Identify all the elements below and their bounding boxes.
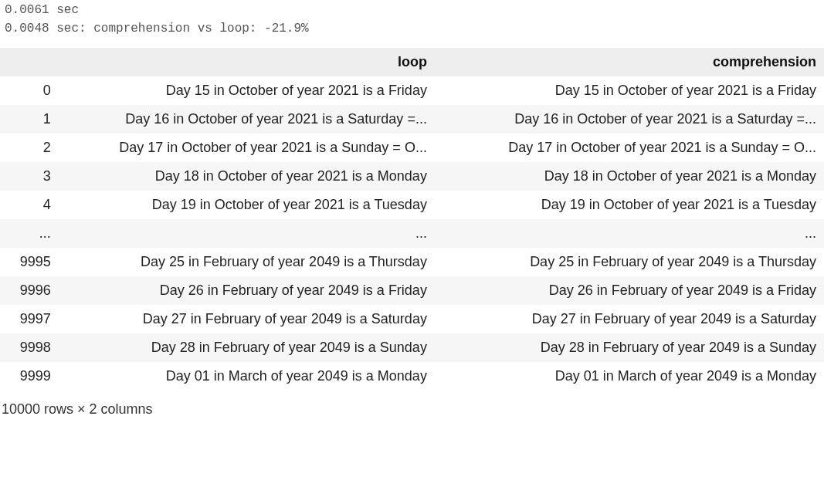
dataframe-table: loop comprehension 0 Day 15 in October o…	[0, 48, 824, 391]
cell-loop: ...	[62, 219, 435, 248]
cell-comprehension: ...	[435, 219, 824, 248]
table-row: 9995 Day 25 in February of year 2049 is …	[0, 248, 824, 276]
cell-loop: Day 01 in March of year 2049 is a Monday	[62, 362, 435, 391]
cell-loop: Day 15 in October of year 2021 is a Frid…	[62, 76, 435, 105]
table-row: 9999 Day 01 in March of year 2049 is a M…	[0, 362, 824, 391]
col-header-comprehension: comprehension	[435, 48, 824, 76]
table-row: 9997 Day 27 in February of year 2049 is …	[0, 305, 824, 333]
row-index: 9997	[0, 305, 62, 333]
table-row: 9996 Day 26 in February of year 2049 is …	[0, 276, 824, 305]
row-index: 9999	[0, 362, 62, 391]
cell-loop: Day 26 in February of year 2049 is a Fri…	[62, 276, 435, 305]
cell-comprehension: Day 18 in October of year 2021 is a Mond…	[435, 162, 824, 191]
cell-comprehension: Day 01 in March of year 2049 is a Monday	[435, 362, 824, 391]
cell-comprehension: Day 25 in February of year 2049 is a Thu…	[435, 248, 824, 276]
cell-loop: Day 27 in February of year 2049 is a Sat…	[62, 305, 435, 333]
cell-loop: Day 17 in October of year 2021 is a Sund…	[62, 134, 435, 162]
table-row: 4 Day 19 in October of year 2021 is a Tu…	[0, 191, 824, 219]
cell-comprehension: Day 19 in October of year 2021 is a Tues…	[435, 191, 824, 219]
row-index: 9995	[0, 248, 62, 276]
cell-comprehension: Day 15 in October of year 2021 is a Frid…	[435, 76, 824, 105]
col-header-loop: loop	[62, 48, 435, 76]
header-row: loop comprehension	[0, 48, 824, 76]
row-index: 4	[0, 191, 62, 219]
cell-comprehension: Day 26 in February of year 2049 is a Fri…	[435, 276, 824, 305]
cell-loop: Day 18 in October of year 2021 is a Mond…	[62, 162, 435, 191]
cell-comprehension: Day 28 in February of year 2049 is a Sun…	[435, 333, 824, 362]
table-row: 1 Day 16 in October of year 2021 is a Sa…	[0, 105, 824, 134]
table-row: 9998 Day 28 in February of year 2049 is …	[0, 333, 824, 362]
timing-line-2: 0.0048 sec: comprehension vs loop: -21.9…	[0, 19, 824, 37]
cell-comprehension: Day 16 in October of year 2021 is a Satu…	[435, 105, 824, 134]
cell-loop: Day 16 in October of year 2021 is a Satu…	[62, 105, 435, 134]
timing-line-1: 0.0061 sec	[0, 0, 824, 19]
table-row-ellipsis: ... ... ...	[0, 219, 824, 248]
table-row: 0 Day 15 in October of year 2021 is a Fr…	[0, 76, 824, 105]
table-row: 3 Day 18 in October of year 2021 is a Mo…	[0, 162, 824, 191]
row-index: 3	[0, 162, 62, 191]
row-index: 9998	[0, 333, 62, 362]
index-header	[0, 48, 62, 76]
cell-loop: Day 25 in February of year 2049 is a Thu…	[62, 248, 435, 276]
row-index: ...	[0, 219, 62, 248]
cell-loop: Day 28 in February of year 2049 is a Sun…	[62, 333, 435, 362]
row-index: 0	[0, 76, 62, 105]
table-dimensions: 10000 rows × 2 columns	[0, 401, 824, 418]
cell-comprehension: Day 27 in February of year 2049 is a Sat…	[435, 305, 824, 333]
row-index: 9996	[0, 276, 62, 305]
cell-loop: Day 19 in October of year 2021 is a Tues…	[62, 191, 435, 219]
table-row: 2 Day 17 in October of year 2021 is a Su…	[0, 134, 824, 162]
dataframe-output: loop comprehension 0 Day 15 in October o…	[0, 48, 824, 418]
row-index: 1	[0, 105, 62, 134]
row-index: 2	[0, 134, 62, 162]
cell-comprehension: Day 17 in October of year 2021 is a Sund…	[435, 134, 824, 162]
